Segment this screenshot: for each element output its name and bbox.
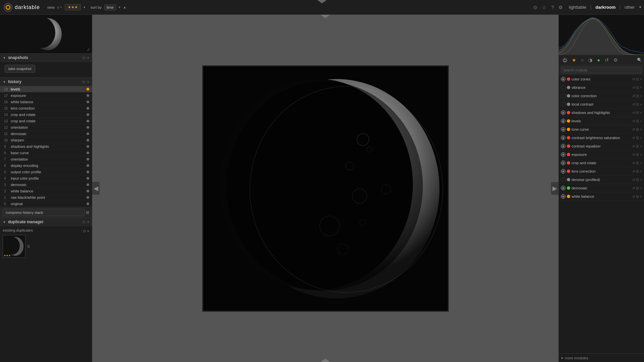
- module-instances-btn[interactable]: +: [640, 119, 642, 123]
- module-preset-btn[interactable]: ☰: [636, 94, 639, 98]
- compress-history-button[interactable]: compress history stack: [3, 209, 85, 216]
- stars-filter[interactable]: ★★★: [65, 4, 81, 10]
- module-preset-btn[interactable]: ☰: [636, 86, 639, 89]
- history-item[interactable]: 2 white balance: [0, 188, 92, 194]
- left-panel-toggle[interactable]: ◀: [92, 182, 100, 195]
- module-instances-btn[interactable]: +: [640, 170, 642, 173]
- settings-icon[interactable]: ⚙: [557, 4, 564, 11]
- module-preset-btn[interactable]: ☰: [636, 161, 639, 165]
- sort-select[interactable]: time: [104, 4, 116, 10]
- history-item[interactable]: 5 output color profile: [0, 169, 92, 175]
- module-instances-btn[interactable]: +: [640, 186, 642, 190]
- rt-circle-icon[interactable]: ○: [579, 56, 585, 64]
- module-preset-btn[interactable]: ☰: [636, 144, 639, 148]
- module-reset-btn[interactable]: ↺: [632, 178, 635, 182]
- module-reset-btn[interactable]: ↺: [632, 186, 635, 190]
- rt-refresh-icon[interactable]: ↺: [603, 56, 610, 64]
- module-item[interactable]: ● white balance ↺ ☰ +: [559, 192, 644, 201]
- history-item[interactable]: 6 display encoding: [0, 163, 92, 169]
- module-item[interactable]: denoise (profiled) ↺ ☰ +: [559, 176, 644, 184]
- module-enable-toggle[interactable]: ●: [561, 119, 566, 123]
- module-enable-toggle[interactable]: ●: [561, 194, 566, 199]
- module-reset-btn[interactable]: ↺: [632, 195, 635, 198]
- module-preset-btn[interactable]: ☰: [636, 77, 639, 81]
- sort-direction-icon[interactable]: ▲: [123, 5, 126, 9]
- module-enable-toggle[interactable]: ●: [561, 186, 566, 190]
- module-instances-btn[interactable]: +: [640, 136, 642, 140]
- module-reset-btn[interactable]: ↺: [632, 111, 635, 115]
- zoom-icon[interactable]: ⊙: [532, 4, 539, 11]
- module-enable-toggle[interactable]: ●: [561, 169, 566, 174]
- module-enable-toggle[interactable]: ●: [561, 77, 566, 81]
- stars-dropdown-icon[interactable]: ▾: [84, 5, 85, 9]
- history-item[interactable]: 15 lens correction: [0, 105, 92, 112]
- dup-header-copy-icon[interactable]: ⊙: [83, 229, 86, 233]
- rt-halfcircle-icon[interactable]: ◑: [587, 56, 594, 64]
- history-item[interactable]: 18 levels: [0, 86, 92, 93]
- snapshots-section-header[interactable]: ▼ snapshots ⊙ ≡: [0, 53, 92, 62]
- history-item[interactable]: 0 original: [0, 201, 92, 207]
- duplicate-section-header[interactable]: ▼ duplicate manager ⊙ ≡: [0, 218, 92, 226]
- history-item[interactable]: 14 crop and rotate: [0, 112, 92, 118]
- module-preset-btn[interactable]: ☰: [636, 186, 639, 190]
- module-item[interactable]: color correction ↺ ☰ +: [559, 92, 644, 100]
- history-item[interactable]: 12 orientation: [0, 124, 92, 131]
- module-instances-btn[interactable]: +: [640, 178, 642, 182]
- nav-other[interactable]: other: [623, 4, 636, 10]
- module-preset-btn[interactable]: ☰: [636, 170, 639, 173]
- module-instances-btn[interactable]: +: [640, 195, 642, 198]
- more-modules-link[interactable]: ▸ more modules: [559, 353, 644, 362]
- history-menu-icon[interactable]: ≡: [87, 80, 89, 84]
- sort-dropdown-icon[interactable]: ▾: [119, 5, 120, 9]
- module-item[interactable]: vibrance ↺ ☰ +: [559, 83, 644, 92]
- history-item[interactable]: 11 demosaic: [0, 131, 92, 137]
- module-enable-toggle[interactable]: [561, 102, 566, 107]
- center-bottom-arrow[interactable]: [321, 359, 330, 362]
- module-enable-toggle[interactable]: ●: [561, 127, 566, 132]
- dup-copy-icon[interactable]: ⊙: [82, 220, 85, 224]
- module-preset-btn[interactable]: ☰: [636, 128, 639, 131]
- module-preset-btn[interactable]: ☰: [636, 178, 639, 182]
- history-section-header[interactable]: ▼ history ⊙ ≡: [0, 77, 92, 86]
- module-preset-btn[interactable]: ☰: [636, 153, 639, 157]
- module-instances-btn[interactable]: +: [640, 144, 642, 148]
- module-reset-btn[interactable]: ↺: [632, 103, 635, 106]
- module-enable-toggle[interactable]: [561, 94, 566, 98]
- module-reset-btn[interactable]: ↺: [632, 153, 635, 157]
- nav-darkroom[interactable]: darkroom: [594, 4, 617, 10]
- module-enable-toggle[interactable]: ●: [561, 152, 566, 157]
- module-reset-btn[interactable]: ↺: [632, 136, 635, 140]
- history-item[interactable]: 3 demosaic: [0, 182, 92, 188]
- dup-header-menu-icon[interactable]: ≡: [87, 229, 89, 233]
- module-instances-btn[interactable]: +: [640, 128, 642, 131]
- module-preset-btn[interactable]: ☰: [636, 136, 639, 140]
- module-reset-btn[interactable]: ↺: [632, 128, 635, 131]
- module-reset-btn[interactable]: ↺: [632, 161, 635, 165]
- module-reset-btn[interactable]: ↺: [632, 119, 635, 123]
- module-item[interactable]: ● color zones ↺ ☰ +: [559, 75, 644, 83]
- star-icon[interactable]: ☆: [541, 4, 548, 11]
- module-preset-btn[interactable]: ☰: [636, 119, 639, 123]
- module-preset-btn[interactable]: ☰: [636, 103, 639, 106]
- rt-power-icon[interactable]: ⏻: [561, 56, 569, 64]
- history-item[interactable]: 10 sharpen: [0, 137, 92, 143]
- history-item[interactable]: 16 white balance: [0, 99, 92, 105]
- rt-settings-icon[interactable]: ⚙: [612, 56, 620, 64]
- take-snapshot-button[interactable]: take snapshot: [5, 65, 35, 73]
- module-item[interactable]: ● tone curve ↺ ☰ +: [559, 125, 644, 134]
- module-reset-btn[interactable]: ↺: [632, 94, 635, 98]
- module-item[interactable]: ● demosaic ↺ ☰ +: [559, 184, 644, 192]
- module-item[interactable]: ● exposure ↺ ☰ +: [559, 150, 644, 159]
- rt-star-icon[interactable]: ★: [570, 56, 578, 64]
- history-item[interactable]: 17 exposure: [0, 93, 92, 99]
- rt-color-icon[interactable]: ●: [595, 56, 601, 64]
- history-item[interactable]: 4 input color profile: [0, 175, 92, 182]
- rt-search-icon[interactable]: 🔍: [637, 58, 642, 62]
- history-item[interactable]: 13 crop and rotate: [0, 118, 92, 124]
- module-instances-btn[interactable]: +: [640, 77, 642, 81]
- other-dropdown-icon[interactable]: ▾: [639, 5, 641, 9]
- expand-preview-btn[interactable]: ⤢: [87, 48, 90, 52]
- module-enable-toggle[interactable]: [561, 85, 566, 90]
- module-instances-btn[interactable]: +: [640, 111, 642, 115]
- right-panel-toggle[interactable]: ▶: [551, 182, 558, 195]
